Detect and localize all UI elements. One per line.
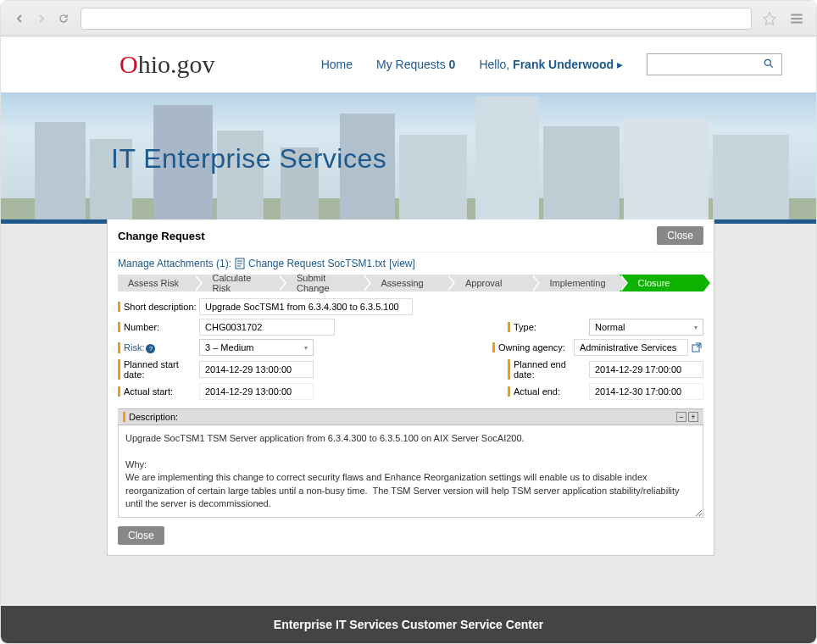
risk-select[interactable]: 3 – Medium	[199, 339, 314, 356]
nav-home[interactable]: Home	[321, 58, 353, 71]
svg-rect-9	[475, 97, 539, 219]
site-footer: Enterprise IT Services Customer Service …	[1, 606, 816, 643]
forward-button[interactable]	[33, 10, 50, 27]
type-select[interactable]: Normal	[589, 319, 703, 336]
close-button-bottom[interactable]: Close	[118, 526, 164, 545]
attachment-file-link[interactable]: Change Request SocTSM1.txt	[248, 258, 386, 269]
banner-title: IT Enterprise Services	[111, 143, 386, 175]
owning-agency-field[interactable]: Administrative Services	[574, 339, 688, 356]
banner: IT Enterprise Services	[1, 92, 816, 224]
planned-start-field[interactable]: 2014-12-29 13:00:00	[199, 361, 314, 378]
step-implementing[interactable]: Implementing	[531, 275, 620, 291]
step-calculate-risk[interactable]: Calculate Risk	[194, 275, 279, 291]
close-button-top[interactable]: Close	[657, 226, 703, 245]
risk-label: Risk:?	[118, 342, 199, 353]
step-assessing[interactable]: Assessing	[363, 275, 447, 291]
site-logo: Ohio.gov	[119, 50, 215, 79]
expand-icon[interactable]: +	[688, 412, 698, 422]
short-description-field[interactable]: Upgrade SocTSM1 from 6.3.4.300 to 6.3.5.…	[199, 298, 413, 315]
process-stepper: Assess Risk Calculate Risk Submit Change…	[118, 275, 703, 291]
actual-start-label: Actual start:	[118, 386, 199, 397]
short-description-label: Short description:	[118, 302, 199, 312]
nav-my-requests[interactable]: My Requests 0	[376, 58, 455, 71]
svg-rect-11	[624, 118, 709, 219]
number-field[interactable]: CHG0031702	[199, 319, 335, 336]
site-header: Ohio.gov Home My Requests 0 Hello, Frank…	[1, 36, 816, 92]
actual-end-label: Actual end:	[508, 386, 589, 397]
owning-agency-label: Owning agency:	[492, 342, 574, 353]
planned-end-field[interactable]: 2014-12-29 17:00:00	[589, 361, 703, 378]
type-label: Type:	[508, 322, 589, 332]
number-label: Number:	[118, 322, 199, 332]
svg-rect-2	[35, 122, 86, 219]
change-request-panel: Change Request Close Manage Attachments …	[107, 219, 714, 556]
url-bar[interactable]	[81, 8, 752, 30]
planned-start-label: Planned start date:	[118, 359, 199, 380]
search-icon[interactable]	[763, 58, 775, 72]
step-assess-risk[interactable]: Assess Risk	[118, 275, 194, 291]
reload-button[interactable]	[55, 10, 72, 27]
back-button[interactable]	[11, 10, 28, 27]
hamburger-menu-icon[interactable]	[787, 9, 806, 28]
description-label: Description:	[123, 412, 178, 422]
planned-end-label: Planned end date:	[508, 359, 589, 380]
svg-rect-10	[543, 126, 620, 219]
browser-chrome	[1, 1, 816, 36]
view-attachment-link[interactable]: [view]	[389, 258, 415, 269]
svg-rect-8	[399, 135, 467, 219]
svg-point-0	[764, 59, 770, 65]
step-approval[interactable]: Approval	[447, 275, 531, 291]
actual-end-field: 2014-12-30 17:00:00	[589, 383, 703, 400]
panel-title: Change Request	[118, 230, 205, 242]
step-closure[interactable]: Closure	[620, 275, 704, 291]
file-icon	[235, 258, 245, 269]
actual-start-field: 2014-12-29 13:00:00	[199, 383, 314, 400]
step-submit-change[interactable]: Submit Change	[278, 275, 363, 291]
svg-rect-12	[713, 135, 789, 219]
external-link-icon[interactable]	[692, 341, 703, 353]
manage-attachments-link[interactable]: Manage Attachments (1):	[118, 258, 231, 269]
help-icon[interactable]: ?	[146, 344, 155, 353]
search-box[interactable]	[647, 53, 782, 75]
search-input[interactable]	[654, 58, 775, 71]
user-greeting[interactable]: Hello, Frank Underwood ▸	[479, 58, 623, 71]
description-textarea[interactable]: Upgrade SocTSM1 TSM Server application f…	[118, 425, 703, 518]
collapse-icon[interactable]: −	[676, 412, 686, 422]
bookmark-star-icon[interactable]	[760, 9, 779, 28]
